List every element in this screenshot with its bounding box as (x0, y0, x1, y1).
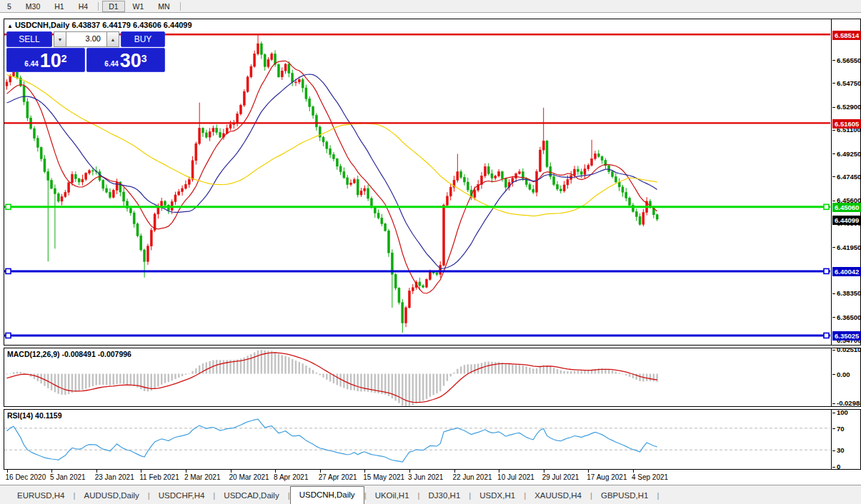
macd-histogram-bar (584, 371, 585, 373)
collapse-trade-panel-icon[interactable]: ▲ (7, 23, 13, 29)
macd-histogram-bar (34, 374, 35, 379)
candle-body (336, 159, 338, 166)
candle-body (549, 166, 552, 176)
macd-histogram-bar (474, 364, 475, 374)
timeframe-button-mn[interactable]: MN (151, 1, 176, 12)
tab-usdcnh-daily[interactable]: USDCNH,Daily (290, 486, 364, 504)
tab-ukoil-h1[interactable]: UKOil,H1 (367, 488, 418, 504)
macd-histogram-bar (144, 374, 145, 391)
candle-body (425, 280, 427, 288)
timeframe-button-h4[interactable]: H4 (72, 1, 94, 12)
macd-histogram-bar (130, 374, 131, 385)
timeframe-button-m30[interactable]: M30 (19, 1, 46, 12)
candle-body (250, 66, 252, 77)
timeframe-button-d1[interactable]: D1 (102, 1, 124, 12)
volume-increase-button[interactable]: ▲ (106, 31, 119, 47)
buy-price-prefix: 6.44 (104, 60, 118, 68)
tab-usdcad-daily[interactable]: USDCAD,Daily (215, 488, 287, 504)
buy-button[interactable]: BUY (121, 31, 165, 47)
candle-body (254, 54, 256, 66)
macd-histogram-bar (326, 374, 327, 380)
date-tick (51, 470, 52, 473)
price-tick (832, 201, 835, 201)
candle-body (229, 124, 232, 128)
macd-histogram-bar (23, 373, 24, 373)
macd-histogram-bar (164, 374, 166, 383)
price-tick-label: 6.41950 (837, 243, 861, 251)
macd-histogram-bar (587, 371, 589, 374)
tab-usdchf-h4[interactable]: USDCHF,H4 (150, 488, 214, 504)
macd-histogram-bar (449, 374, 451, 377)
candle-body (343, 172, 345, 178)
candle-body (195, 143, 197, 161)
candle-body (199, 128, 201, 144)
candle-body (267, 59, 269, 66)
macd-histogram-bar (157, 374, 159, 387)
line-handle[interactable] (6, 204, 11, 209)
tab-audusd-daily[interactable]: AUDUSD,Daily (75, 488, 147, 504)
macd-histogram-bar (75, 374, 76, 392)
macd-histogram-bar (350, 374, 352, 390)
candle-body (44, 159, 46, 172)
candle-body (394, 274, 397, 288)
candle-body (284, 64, 287, 71)
timeframe-button-w1[interactable]: W1 (126, 1, 151, 12)
macd-histogram-bar (9, 373, 11, 374)
candle-body (243, 91, 245, 105)
candle-body (326, 142, 328, 148)
tab-xauusd-h4[interactable]: XAUUSD,H4 (526, 488, 590, 504)
macd-histogram-bar (522, 366, 524, 374)
macd-histogram-bar (96, 374, 97, 385)
macd-histogram-bar (560, 371, 562, 374)
candle-body (54, 188, 56, 193)
macd-histogram-bar (553, 368, 554, 373)
volume-decrease-button[interactable]: ▼ (54, 31, 66, 47)
price-tick (832, 107, 835, 108)
spin-down-icon: ▼ (58, 37, 63, 42)
date-tick (141, 470, 141, 473)
candle-body (298, 79, 300, 82)
spin-up-icon: ▲ (111, 37, 116, 42)
line-handle[interactable] (824, 268, 829, 273)
macd-histogram-bar (81, 374, 83, 390)
macd-histogram-bar (650, 374, 651, 381)
macd-histogram-bar (557, 369, 558, 373)
tab-dj30-h1[interactable]: DJ30,H1 (420, 488, 469, 504)
macd-histogram-bar (302, 363, 303, 373)
date-label: 11 Feb 2021 (139, 473, 179, 481)
candle-body (13, 72, 15, 76)
line-handle[interactable] (6, 333, 11, 338)
timeframe-button-5[interactable]: 5 (1, 1, 18, 12)
date-axis: 16 Dec 20205 Jan 202123 Jan 202111 Feb 2… (0, 470, 861, 484)
toolbar-divider (180, 2, 181, 11)
rsi-tick (832, 450, 835, 451)
volume-field[interactable]: 3.00 (66, 31, 106, 47)
candle-body (205, 133, 207, 137)
sell-button[interactable]: SELL (6, 31, 52, 47)
timeframe-button-h1[interactable]: H1 (48, 1, 70, 12)
macd-histogram-bar (274, 352, 276, 373)
sell-price-prefix: 6.44 (24, 60, 38, 68)
tab-eurusd-h4[interactable]: EURUSD,H4 (9, 488, 73, 504)
line-handle[interactable] (824, 204, 829, 209)
main-chart-plot[interactable]: ▲USDCNH,Daily 6.43837 6.44179 6.43606 6.… (4, 19, 832, 345)
macd-histogram-bar (519, 365, 520, 373)
sell-price-sup-digit: 2 (61, 53, 67, 64)
macd-histogram-bar (618, 373, 619, 373)
sell-price-button[interactable]: 6.44102 (6, 48, 85, 72)
tab-gbpusd-h1[interactable]: GBPUSD,H1 (592, 488, 657, 504)
tab-usdx-h1[interactable]: USDX,H1 (471, 488, 524, 504)
date-tick (544, 470, 544, 473)
date-tick (499, 470, 499, 473)
line-handle[interactable] (824, 333, 829, 338)
date-label: 8 Apr 2021 (274, 473, 308, 481)
macd-histogram-bar (185, 374, 186, 375)
candle-body (446, 196, 448, 205)
macd-tick-label: 0.00 (837, 371, 850, 378)
buy-price-button[interactable]: 6.44303 (86, 48, 165, 72)
candle-body (443, 205, 445, 265)
date-label: 15 May 2021 (363, 473, 404, 481)
macd-histogram-bar (402, 374, 403, 406)
macd-histogram-bar (154, 374, 155, 389)
line-handle[interactable] (6, 268, 11, 273)
